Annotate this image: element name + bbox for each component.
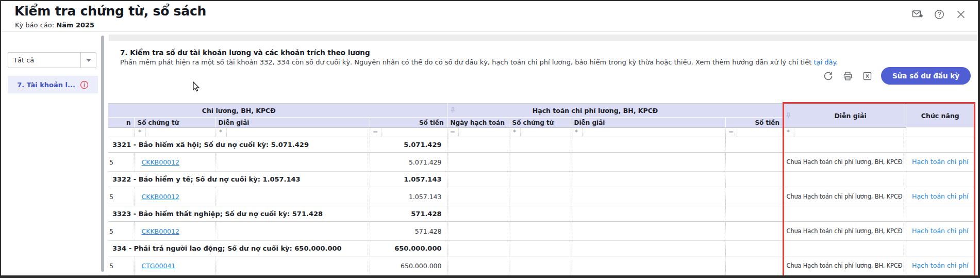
filter-operator[interactable]: * — [571, 128, 583, 137]
filter-operator[interactable]: * — [135, 128, 146, 137]
table-cell — [725, 206, 783, 222]
amount-cell: 571.428 — [370, 222, 447, 241]
post-expense-link[interactable]: Hạch toán chi phí — [912, 158, 969, 166]
document-link[interactable]: CKKB00012 — [142, 193, 179, 201]
filter-operator[interactable]: = — [370, 128, 381, 137]
filter-cell[interactable] — [108, 128, 134, 137]
amount-cell: 650.000.000 — [370, 256, 447, 275]
table-row-group: 3322 - Bảo hiểm y tế; Số dư nợ cuối kỳ: … — [108, 172, 974, 187]
app-window: Kiểm tra chứng từ, sổ sách Kỳ báo cáo: N… — [0, 0, 980, 278]
vertical-scrollbar[interactable] — [101, 36, 104, 272]
report-period-value: Năm 2025 — [56, 21, 94, 29]
fix-opening-balance-button[interactable]: Sửa số dư đầu kỳ — [881, 67, 971, 85]
account-group-amount: 1.057.143 — [370, 172, 447, 187]
account-group-label: 334 - Phải trả người lao động; Số dư nợ … — [108, 241, 370, 256]
table-cell — [725, 256, 783, 275]
table-cell — [571, 256, 725, 275]
sidebar-item-label: 7. Tài khoản l... — [17, 81, 75, 89]
filter-cell[interactable]: * — [571, 128, 725, 137]
table-row: 5 CKKB00012 1.057.143 Chưa Hạch toán chi… — [108, 187, 974, 206]
table-cell — [906, 172, 974, 187]
table-cell — [906, 137, 974, 153]
table-cell — [509, 153, 571, 172]
filter-cell[interactable]: * — [783, 128, 906, 137]
table-cell — [509, 187, 571, 206]
help-link[interactable]: tại đây — [813, 58, 836, 66]
refresh-icon[interactable] — [822, 70, 834, 81]
table-row-group: 3321 - Bảo hiểm xã hội; Số dư nợ cuối kỳ… — [108, 137, 974, 153]
document-link[interactable]: CKKB00012 — [142, 158, 179, 166]
group-header-salary: Chi lương, BH, KPCĐ — [108, 104, 447, 118]
filter-operator[interactable]: * — [215, 128, 227, 137]
amount-cell: 5.071.429 — [370, 153, 447, 172]
document-link[interactable]: CKKB00012 — [142, 227, 179, 235]
table-cell — [571, 172, 725, 187]
table-cell — [447, 256, 509, 275]
date-fragment: 5 — [108, 256, 134, 275]
sidebar-filter-value: Tất cả — [8, 56, 80, 64]
column-header-fragment: n — [108, 118, 134, 128]
filter-cell[interactable]: = — [725, 128, 783, 137]
filter-cell — [906, 128, 974, 137]
table-cell — [571, 241, 725, 256]
table-cell — [906, 241, 974, 256]
group-header-posting-label: Hạch toán chi phí lương, BH, KPCĐ — [533, 107, 658, 115]
table-cell — [571, 137, 725, 153]
page-title: Kiểm tra chứng từ, sổ sách — [14, 4, 206, 19]
filter-cell[interactable]: * — [215, 128, 370, 137]
table-cell — [447, 241, 509, 256]
filter-cell[interactable]: = — [370, 128, 447, 137]
table-cell — [571, 153, 725, 172]
titlebar: Kiểm tra chứng từ, sổ sách Kỳ báo cáo: N… — [1, 1, 978, 32]
group-header-posting: Hạch toán chi phí lương, BH, KPCĐ — [447, 104, 783, 118]
post-expense-link[interactable]: Hạch toán chi phí — [912, 227, 969, 235]
amount-cell: 1.057.143 — [370, 187, 447, 206]
column-header-function: Chức năng — [906, 104, 974, 128]
horizontal-scroll-strip[interactable] — [109, 35, 978, 41]
table-cell — [725, 187, 783, 206]
pin-icon — [450, 107, 456, 114]
filter-operator[interactable]: * — [783, 128, 794, 137]
table-cell — [783, 241, 906, 256]
date-fragment: 5 — [108, 222, 134, 241]
sidebar-item-account-check[interactable]: 7. Tài khoản l... — [8, 76, 98, 93]
table-cell — [447, 153, 509, 172]
section-description: Phần mềm phát hiện ra một số tài khoản 3… — [120, 58, 893, 66]
account-group-amount: 5.071.429 — [370, 137, 447, 153]
table-cell — [447, 137, 509, 153]
table-cell — [571, 206, 725, 222]
table-cell — [725, 172, 783, 187]
filter-operator[interactable]: = — [447, 128, 459, 137]
filter-operator[interactable]: = — [726, 128, 737, 137]
table-cell — [725, 137, 783, 153]
table-cell — [509, 137, 571, 153]
print-icon[interactable] — [842, 70, 853, 81]
help-icon[interactable] — [933, 8, 946, 21]
sidebar-filter-dropdown[interactable]: Tất cả — [8, 52, 96, 68]
filter-operator[interactable]: * — [509, 128, 521, 137]
post-expense-link[interactable]: Hạch toán chi phí — [912, 192, 969, 200]
table-cell — [783, 172, 906, 187]
table-cell — [509, 241, 571, 256]
column-header-doc-no: Số chứng từ — [134, 118, 215, 128]
document-link[interactable]: CTG00041 — [142, 262, 176, 270]
table-cell — [447, 172, 509, 187]
filter-cell[interactable]: = — [447, 128, 509, 137]
close-icon[interactable] — [954, 8, 968, 21]
feedback-mail-icon[interactable] — [911, 8, 924, 21]
report-period: Kỳ báo cáo: Năm 2025 — [15, 21, 94, 29]
table-cell — [509, 256, 571, 275]
post-expense-link[interactable]: Hạch toán chi phí — [912, 261, 969, 269]
table-cell — [725, 153, 783, 172]
table-cell — [447, 222, 509, 241]
account-group-label: 3323 - Bảo hiểm thất nghiệp; Số dư nợ cu… — [108, 206, 370, 222]
export-excel-icon[interactable] — [861, 70, 873, 81]
account-group-amount: 571.428 — [370, 206, 447, 222]
table-cell — [509, 172, 571, 187]
table-cell — [447, 187, 509, 206]
table-cell — [215, 153, 370, 172]
result-note: Chưa Hạch toán chi phí lương, BH, KPCĐ — [783, 187, 906, 206]
filter-cell[interactable]: * — [509, 128, 571, 137]
warning-info-icon — [80, 80, 89, 89]
filter-cell[interactable]: * — [134, 128, 215, 137]
